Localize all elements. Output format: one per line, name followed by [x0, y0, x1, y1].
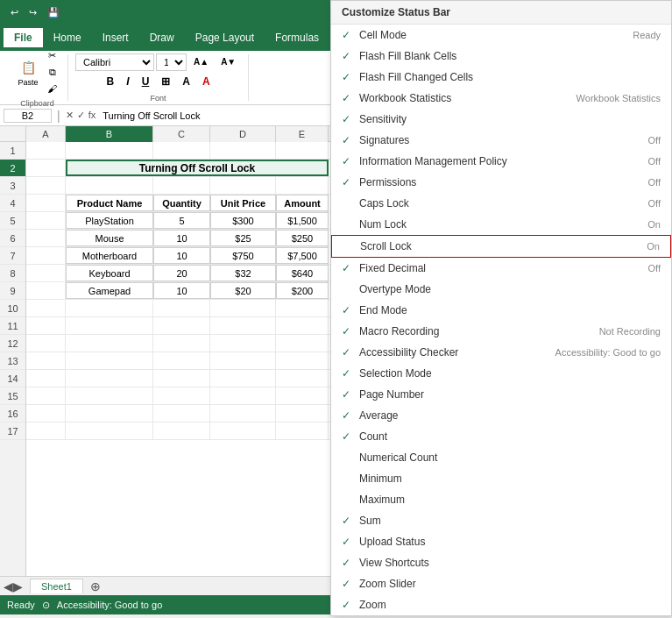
tab-home[interactable]: Home: [43, 28, 92, 47]
cell-a7[interactable]: [26, 247, 66, 264]
menu-item-upload-status[interactable]: ✓Upload Status: [331, 531, 671, 552]
cell-e7[interactable]: $7,500: [276, 247, 329, 264]
cell-a4[interactable]: [26, 195, 66, 211]
cell-e8[interactable]: $640: [276, 265, 329, 281]
menu-item-minimum[interactable]: ✓Minimum: [331, 468, 671, 489]
menu-item-cell-mode[interactable]: ✓Cell Mode Ready: [331, 25, 671, 46]
font-size-selector[interactable]: 13: [156, 53, 187, 71]
tab-page-layout[interactable]: Page Layout: [185, 28, 265, 47]
cell-d6[interactable]: $25: [210, 230, 276, 246]
copy-button[interactable]: ⧉: [44, 65, 60, 80]
italic-button[interactable]: I: [121, 73, 134, 90]
cell-e6[interactable]: $250: [276, 230, 329, 246]
cell-d10[interactable]: [210, 300, 276, 316]
tab-draw[interactable]: Draw: [139, 28, 185, 47]
menu-item-macro-recording[interactable]: ✓Macro Recording Not Recording: [331, 321, 671, 342]
save-button[interactable]: 💾: [44, 5, 63, 20]
cell-a1[interactable]: [26, 142, 66, 159]
undo-button[interactable]: ↩: [7, 5, 22, 20]
cell-e1[interactable]: [276, 142, 329, 159]
menu-item-flash-fill-changed[interactable]: ✓Flash Fill Changed Cells: [331, 67, 671, 88]
menu-item-fixed-decimal[interactable]: ✓Fixed Decimal Off: [331, 258, 671, 279]
cell-reference-box[interactable]: B2: [4, 109, 52, 123]
col-header-c[interactable]: C: [153, 126, 210, 142]
confirm-formula-icon[interactable]: ✓: [77, 110, 85, 121]
bold-button[interactable]: B: [102, 73, 120, 90]
menu-item-end-mode[interactable]: ✓End Mode: [331, 300, 671, 321]
redo-button[interactable]: ↪: [25, 5, 40, 20]
cell-e4[interactable]: Amount: [276, 195, 329, 211]
border-button[interactable]: ⊞: [156, 73, 175, 90]
cell-c8[interactable]: 20: [153, 265, 210, 281]
col-header-a[interactable]: A: [26, 126, 66, 142]
cell-d4[interactable]: Unit Price: [210, 195, 276, 211]
col-header-d[interactable]: D: [210, 126, 276, 142]
font-color-button[interactable]: A: [197, 73, 216, 90]
cell-e5[interactable]: $1,500: [276, 212, 329, 229]
cell-b10[interactable]: [66, 300, 153, 316]
cell-b5[interactable]: PlayStation: [66, 212, 153, 229]
cell-e10[interactable]: [276, 300, 329, 316]
cell-a9[interactable]: [26, 282, 66, 299]
cell-d8[interactable]: $32: [210, 265, 276, 281]
cell-a2[interactable]: [26, 160, 66, 176]
cell-d7[interactable]: $750: [210, 247, 276, 264]
menu-item-accessibility-checker[interactable]: ✓Accessibility Checker Accessibility: Go…: [331, 342, 671, 363]
menu-item-view-shortcuts[interactable]: ✓View Shortcuts: [331, 552, 671, 573]
decrease-font-button[interactable]: A▼: [216, 54, 241, 69]
fill-color-button[interactable]: A: [177, 73, 195, 90]
menu-item-caps-lock[interactable]: ✓Caps Lock Off: [331, 193, 671, 214]
menu-item-flash-fill-blank[interactable]: ✓Flash Fill Blank Cells: [331, 46, 671, 67]
cell-a8[interactable]: [26, 265, 66, 281]
menu-item-sensitivity[interactable]: ✓Sensitivity: [331, 109, 671, 130]
menu-item-permissions[interactable]: ✓Permissions Off: [331, 172, 671, 193]
cell-d9[interactable]: $20: [210, 282, 276, 299]
menu-item-overtype-mode[interactable]: ✓Overtype Mode: [331, 279, 671, 300]
cell-c9[interactable]: 10: [153, 282, 210, 299]
menu-item-zoom[interactable]: ✓Zoom: [331, 594, 671, 615]
cell-e3[interactable]: [276, 177, 329, 194]
cell-b3[interactable]: [66, 177, 153, 194]
cell-b7[interactable]: Motherboard: [66, 247, 153, 264]
menu-item-average[interactable]: ✓Average: [331, 405, 671, 426]
tab-file[interactable]: File: [4, 28, 43, 47]
cell-c3[interactable]: [153, 177, 210, 194]
menu-item-maximum[interactable]: ✓Maximum: [331, 489, 671, 510]
cell-c10[interactable]: [153, 300, 210, 316]
cell-a3[interactable]: [26, 177, 66, 194]
cell-c1[interactable]: [153, 142, 210, 159]
cell-b6[interactable]: Mouse: [66, 230, 153, 246]
menu-item-page-number[interactable]: ✓Page Number: [331, 384, 671, 405]
cell-b9[interactable]: Gamepad: [66, 282, 153, 299]
cell-c5[interactable]: 5: [153, 212, 210, 229]
cell-b8[interactable]: Keyboard: [66, 265, 153, 281]
cell-e9[interactable]: $200: [276, 282, 329, 299]
menu-item-numerical-count[interactable]: ✓Numerical Count: [331, 447, 671, 468]
menu-item-selection-mode[interactable]: ✓Selection Mode: [331, 363, 671, 384]
col-header-e[interactable]: E: [276, 126, 329, 142]
menu-item-signatures[interactable]: ✓Signatures Off: [331, 130, 671, 151]
insert-function-icon[interactable]: fx: [88, 110, 96, 121]
nav-left-icon[interactable]: ◀: [4, 579, 13, 593]
menu-item-information-management[interactable]: ✓Information Management Policy Off: [331, 151, 671, 172]
menu-item-num-lock[interactable]: ✓Num Lock On: [331, 214, 671, 235]
cell-a10[interactable]: [26, 300, 66, 316]
cut-button[interactable]: ✂: [44, 48, 60, 63]
context-menu[interactable]: Customize Status Bar ✓Cell Mode Ready ✓F…: [330, 0, 672, 616]
format-painter-button[interactable]: 🖌: [44, 82, 60, 96]
increase-font-button[interactable]: A▲: [188, 54, 214, 69]
tab-formulas[interactable]: Formulas: [265, 28, 329, 47]
font-selector[interactable]: Calibri: [75, 53, 154, 71]
col-header-b[interactable]: B: [66, 126, 153, 142]
paste-button[interactable]: 📋 Paste: [14, 55, 42, 89]
cell-c6[interactable]: 10: [153, 230, 210, 246]
cell-a5[interactable]: [26, 212, 66, 229]
cell-d1[interactable]: [210, 142, 276, 159]
underline-button[interactable]: U: [137, 73, 155, 90]
menu-item-zoom-slider[interactable]: ✓Zoom Slider: [331, 573, 671, 594]
menu-item-workbook-statistics[interactable]: ✓Workbook Statistics Workbook Statistics: [331, 88, 671, 109]
sheet-tab-sheet1[interactable]: Sheet1: [30, 579, 83, 593]
cell-b1[interactable]: [66, 142, 153, 159]
tab-insert[interactable]: Insert: [92, 28, 139, 47]
cell-b4[interactable]: Product Name: [66, 195, 153, 211]
